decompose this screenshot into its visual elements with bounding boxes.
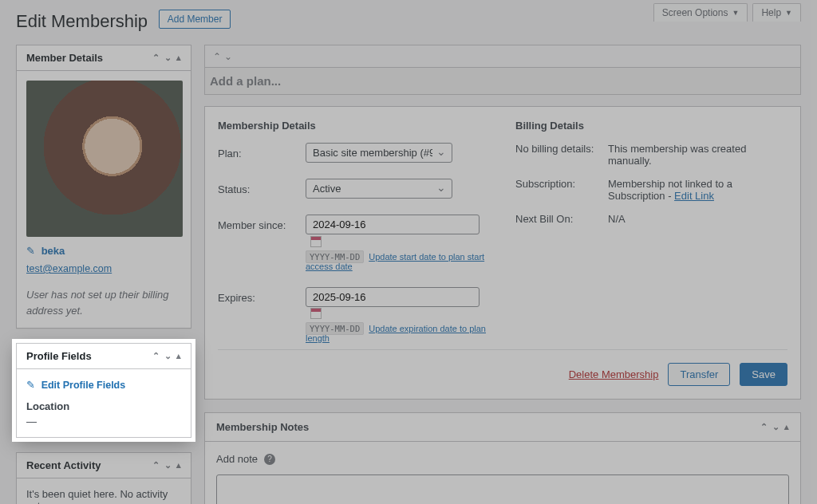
next-bill-value: N/A — [608, 213, 787, 225]
chevron-up-icon[interactable]: ⌃ — [213, 51, 221, 62]
member-since-label: Member since: — [218, 215, 306, 231]
chevron-down-icon: ▼ — [785, 9, 792, 17]
caret-up-icon[interactable]: ▴ — [176, 351, 181, 361]
caret-up-icon[interactable]: ▴ — [176, 53, 181, 63]
calendar-icon[interactable] — [310, 308, 322, 319]
caret-up-icon[interactable]: ▴ — [784, 422, 789, 432]
profile-fields-heading: Profile Fields — [26, 350, 92, 362]
chevron-down-icon[interactable]: ⌄ — [164, 53, 172, 63]
subscription-label: Subscription: — [515, 178, 608, 202]
note-textarea[interactable] — [216, 474, 789, 504]
add-member-button[interactable]: Add Member — [159, 10, 231, 29]
chevron-up-icon[interactable]: ⌃ — [152, 53, 160, 63]
save-button[interactable]: Save — [740, 363, 787, 386]
member-details-heading: Member Details — [26, 52, 103, 64]
member-email-link[interactable]: test@example.com — [26, 263, 112, 274]
billing-details-heading: Billing Details — [515, 120, 787, 132]
chevron-down-icon[interactable]: ⌄ — [164, 351, 172, 361]
help-icon[interactable]: ? — [264, 454, 275, 465]
chevron-up-icon[interactable]: ⌃ — [152, 460, 160, 471]
membership-notes-panel: Membership Notes ⌃ ⌄ ▴ Add note ? — [204, 412, 801, 504]
member-name-link[interactable]: beka — [41, 245, 65, 257]
membership-details-panel: Membership Details Plan: Basic site memb… — [204, 106, 801, 400]
status-label: Status: — [218, 179, 306, 195]
status-select[interactable]: Active — [306, 179, 452, 199]
chevron-down-icon: ▼ — [732, 9, 739, 17]
no-billing-value: This membership was created manually. — [608, 143, 787, 167]
help-label: Help — [761, 7, 781, 18]
screen-options-label: Screen Options — [662, 7, 728, 18]
add-note-label: Add note — [216, 453, 258, 465]
help-button[interactable]: Help▼ — [752, 3, 801, 22]
edit-subscription-link[interactable]: Edit Link — [674, 190, 714, 202]
avatar — [26, 81, 183, 237]
no-billing-label: No billing details: — [515, 143, 608, 167]
chevron-up-icon[interactable]: ⌃ — [152, 351, 160, 361]
screen-options-button[interactable]: Screen Options▼ — [653, 3, 748, 22]
add-plan-placeholder[interactable]: Add a plan... — [205, 68, 800, 94]
next-bill-label: Next Bill On: — [515, 213, 608, 225]
expires-input[interactable] — [306, 287, 480, 307]
calendar-icon[interactable] — [310, 236, 322, 247]
transfer-button[interactable]: Transfer — [668, 363, 730, 386]
member-since-input[interactable] — [306, 215, 480, 234]
recent-activity-empty: It's been quiet here. No activity yet. — [26, 488, 168, 504]
profile-field-location-value: — — [26, 415, 181, 427]
page-title: Edit Membership — [16, 11, 148, 32]
membership-notes-heading: Membership Notes — [216, 421, 309, 433]
caret-up-icon[interactable]: ▴ — [176, 460, 181, 471]
member-details-panel: Member Details ⌃ ⌄ ▴ ✎ beka test@example… — [16, 45, 191, 329]
chevron-down-icon[interactable]: ⌄ — [772, 422, 780, 432]
pencil-icon: ✎ — [26, 379, 35, 391]
recent-activity-panel: Recent Activity ⌃ ⌄ ▴ It's been quiet he… — [16, 452, 191, 504]
expires-label: Expires: — [218, 287, 306, 304]
profile-fields-panel: Profile Fields ⌃ ⌄ ▴ ✎ Edit Profile Fiel… — [16, 343, 191, 438]
plan-select[interactable]: Basic site membership (#955) — [306, 143, 452, 163]
plan-label: Plan: — [218, 143, 306, 159]
billing-address-empty: User has not set up their billing addres… — [26, 287, 181, 318]
pencil-icon: ✎ — [26, 245, 35, 257]
chevron-up-icon[interactable]: ⌃ — [760, 422, 768, 432]
recent-activity-heading: Recent Activity — [26, 459, 101, 471]
profile-field-location-label: Location — [26, 400, 181, 412]
chevron-down-icon[interactable]: ⌄ — [224, 51, 232, 62]
plan-panel-handle: ⌃ ⌄ — [204, 45, 801, 68]
edit-profile-fields-link[interactable]: Edit Profile Fields — [41, 380, 126, 391]
delete-membership-link[interactable]: Delete Membership — [569, 368, 659, 380]
chevron-down-icon[interactable]: ⌄ — [164, 460, 172, 471]
membership-details-heading: Membership Details — [218, 120, 490, 132]
